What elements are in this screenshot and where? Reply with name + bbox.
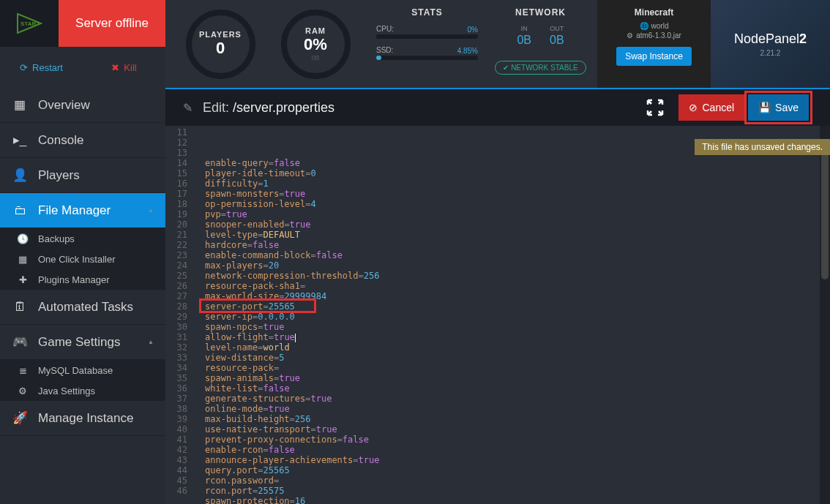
code-line[interactable]: max-world-size=29999984 [205,291,830,301]
sidebar-sub-label: One Click Installer [38,254,115,265]
players-value: 0 [216,39,225,58]
code-line[interactable]: enable-command-block=false [205,250,830,260]
brand-logo: NodePanel2 [734,31,807,47]
code-line[interactable]: level-type=DEFAULT [205,230,830,240]
code-line[interactable]: spawn-monsters=true [205,189,830,199]
save-label: Save [775,102,799,113]
code-line[interactable]: allow-flight=true [205,332,830,342]
code-line[interactable]: network-compression-threshold=256 [205,271,830,281]
sidebar-sub-label: Java Settings [38,385,95,396]
instance-world: 🌐world [603,22,705,30]
gears-icon: ⚙ [15,385,31,396]
code-line[interactable]: query.port=25565 [205,465,830,475]
globe-icon: 🌐 [640,22,648,30]
sidebar: ▦ Overview ▸_ Console 👤 Players 🗀 File M… [0,88,165,504]
start-button[interactable]: START [0,0,59,47]
brand-panel: NodePanel2 2.21.2 [711,0,830,88]
user-icon: 👤 [12,168,28,183]
code-line[interactable]: spawn-animals=true [205,373,830,383]
kill-label: Kill [124,62,136,73]
code-line[interactable]: server-ip=0.0.0.0 [205,312,830,322]
sidebar-item-label: Game Settings [38,335,120,350]
editor-title: Edit: /server.properties [203,100,334,116]
sidebar-item-label: Overview [38,98,90,113]
code-line[interactable]: level-name=world [205,342,830,353]
code-line[interactable]: hardcore=false [205,240,830,250]
sidebar-item-automated-tasks[interactable]: 🗓 Automated Tasks [0,290,165,325]
network-box: NETWORK IN0B OUT0B ✔ NETWORK STABLE [484,0,597,88]
network-stable-badge: ✔ NETWORK STABLE [495,61,586,75]
code-line[interactable]: prevent-proxy-connections=false [205,435,830,445]
fullscreen-icon[interactable] [646,99,664,116]
swap-instance-button[interactable]: Swap Instance [616,47,692,66]
sidebar-item-game-settings[interactable]: 🎮 Game Settings ▲ [0,325,165,360]
editor-header: ✎ Edit: /server.properties ⊘ Cancel 💾 Sa… [165,88,830,126]
code-line[interactable]: max-build-height=256 [205,414,830,424]
sidebar-sub-label: MySQL Database [38,365,113,376]
code-line[interactable]: max-players=20 [205,260,830,271]
sidebar-item-manage-instance[interactable]: 🚀 Manage Instance [0,401,165,436]
net-in: IN0B [517,25,531,47]
instance-box: Minecraft 🌐world ⚙atm6-1.3.0.jar Swap In… [597,0,711,88]
restart-label: Restart [32,62,63,73]
code-line[interactable]: online-mode=true [205,404,830,414]
players-gauge: PLAYERS 0 [173,6,268,83]
instance-title: Minecraft [603,7,705,18]
code-line[interactable]: snooper-enabled=true [205,219,830,230]
sidebar-item-overview[interactable]: ▦ Overview [0,88,165,123]
code-line[interactable]: resource-pack-sha1= [205,281,830,291]
sidebar-sub-java[interactable]: ⚙ Java Settings [0,380,165,401]
server-controls: START Server offline ⟳ Restart ✖ Kill [0,0,165,88]
save-highlight: 💾 Save [744,91,812,124]
code-line[interactable]: view-distance=5 [205,353,830,363]
code-area[interactable]: enable-query=falseplayer-idle-timeout=0d… [193,126,830,504]
line-gutter: 1112131415161718192021222324252627282930… [165,126,193,504]
code-line[interactable]: enable-rcon=false [205,445,830,455]
ram-value: 0% [304,35,327,54]
sidebar-sub-mysql[interactable]: ≣ MySQL Database [0,360,165,380]
code-line[interactable]: use-native-transport=true [205,424,830,435]
sidebar-sub-plugins[interactable]: ✚ Plugins Manager [0,269,165,290]
scrollbar-vertical[interactable] [820,126,830,504]
code-line[interactable]: rcon.password= [205,475,830,486]
kill-button[interactable]: ✖ Kill [83,47,165,88]
folder-icon: 🗀 [12,203,28,218]
code-line[interactable]: announce-player-achievements=true [205,455,830,465]
sidebar-sub-backups[interactable]: 🕓 Backups [0,228,165,249]
code-line[interactable]: pvp=true [205,209,830,219]
sidebar-sub-oneclick[interactable]: ▦ One Click Installer [0,249,165,269]
code-line[interactable]: server-port=25565 [205,301,830,312]
code-line[interactable]: op-permission-level=4 [205,199,830,209]
chevron-up-icon: ▲ [148,207,154,214]
code-line[interactable]: resource-pack= [205,363,830,373]
scrollbar-thumb[interactable] [821,148,829,279]
code-line[interactable]: spawn-protection=16 [205,496,830,504]
code-line[interactable]: rcon.port=25575 [205,486,830,496]
instance-jar: ⚙atm6-1.3.0.jar [603,31,705,40]
ssd-pct: 4.85% [457,47,478,55]
svg-text:START: START [20,20,40,27]
cpu-pct: 0% [468,26,478,34]
sidebar-item-label: Automated Tasks [38,300,133,315]
sidebar-item-players[interactable]: 👤 Players [0,158,165,193]
gauges: PLAYERS 0 RAM 0% 0B [165,0,370,88]
code-line[interactable]: player-idle-timeout=0 [205,168,830,178]
sidebar-sub-label: Backups [38,233,75,244]
close-icon: ✖ [111,62,119,73]
save-button[interactable]: 💾 Save [748,94,809,121]
code-line[interactable]: difficulty=1 [205,178,830,189]
code-line[interactable]: white-list=false [205,383,830,394]
sidebar-sub-label: Plugins Manager [38,274,110,285]
restart-button[interactable]: ⟳ Restart [0,47,83,88]
code-editor[interactable]: 1112131415161718192021222324252627282930… [165,126,830,504]
code-line[interactable]: generate-structures=true [205,394,830,404]
code-line[interactable]: enable-query=false [205,158,830,168]
database-icon: ≣ [15,365,31,376]
restart-icon: ⟳ [20,62,28,73]
cancel-label: Cancel [702,102,734,113]
code-line[interactable]: spawn-npcs=true [205,322,830,332]
server-status-badge: Server offline [59,0,165,47]
sidebar-item-file-manager[interactable]: 🗀 File Manager ▲ [0,193,165,228]
cancel-button[interactable]: ⊘ Cancel [678,94,744,121]
sidebar-item-console[interactable]: ▸_ Console [0,123,165,158]
